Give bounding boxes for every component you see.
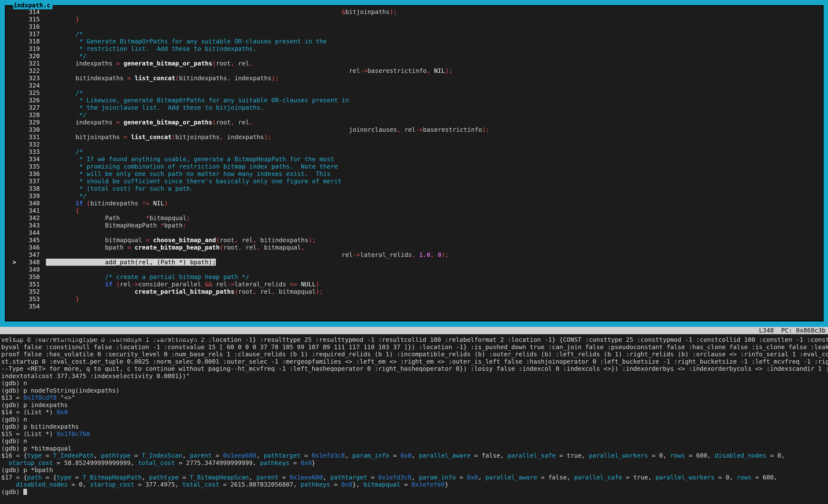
source-line-349: 349	[6, 266, 823, 273]
source-code-text: indexpaths = generate_bitmap_or_paths(ro…	[46, 119, 253, 126]
line-number: 316	[6, 23, 46, 31]
line-number: 336	[6, 170, 46, 178]
source-line-350: 350 /* create a partial bitmap heap path…	[6, 273, 823, 281]
code-token: = 2615.807832056807,	[219, 481, 300, 488]
code-token: */	[75, 111, 86, 119]
code-token: ,	[397, 126, 405, 133]
source-line-354: 354	[6, 303, 823, 310]
code-token: bitmapqual	[105, 236, 142, 244]
code-token: */	[75, 192, 86, 199]
code-token: }	[75, 295, 79, 303]
code-token: = false,	[471, 452, 508, 459]
source-code-text: /* create a partial bitmap heap path */	[46, 273, 249, 281]
line-number: 314	[6, 8, 46, 16]
code-token: parallel_aware	[486, 474, 537, 481]
code-token: =	[124, 75, 134, 82]
source-line-344: 344	[6, 229, 823, 236]
source-code-text: bitjoinpaths = list_concat(bitjoinpaths,…	[46, 134, 271, 141]
source-code-text: if (rel->consider_parallel && rel->later…	[46, 281, 320, 288]
code-token: pathtype	[149, 474, 178, 481]
source-code-text: Path *bitmapqual;	[46, 215, 190, 222]
line-number: 340	[6, 200, 46, 207]
code-token	[83, 200, 87, 207]
code-token: ->	[131, 281, 138, 288]
code-token: root	[216, 119, 231, 126]
code-token: );	[442, 251, 449, 259]
code-token: =	[142, 236, 153, 244]
code-token: rel	[238, 60, 249, 67]
source-line-341: 341 {	[6, 207, 823, 215]
code-token: =	[401, 481, 412, 488]
code-token: }	[445, 481, 448, 488]
code-token: (	[175, 75, 179, 82]
source-code-text: * Likewise, generate BitmapOrPaths for a…	[46, 97, 349, 104]
code-token: ,	[235, 236, 242, 244]
code-token: = 600,	[752, 474, 777, 481]
line-number: 347	[6, 251, 46, 259]
line-number: 353	[6, 295, 46, 303]
console-line: st.startup 0 :eval_cost.per_tuple 0.0025…	[1, 358, 828, 365]
code-token: =	[131, 452, 142, 459]
code-token: = 0,	[648, 452, 670, 459]
code-token: 0x1eea680	[223, 452, 256, 459]
code-token: =	[456, 474, 467, 481]
code-token: 0x1f0cdf8	[23, 394, 56, 401]
source-code-text: if (bitindexpaths != NIL)	[46, 200, 168, 207]
console-line: proof false :has_volatile 0 :security_le…	[1, 351, 828, 358]
code-token: ,	[93, 452, 101, 459]
source-line-334: 334 * If we found anything usable, gener…	[6, 155, 823, 163]
code-token: ,	[426, 67, 434, 74]
source-code-text: add_path(rel, (Path *) bpath);	[46, 259, 216, 266]
source-code-text: * restriction list. Add these to bitinde…	[46, 45, 257, 52]
code-token: parallel_safe	[574, 474, 622, 481]
code-token: (	[87, 200, 90, 207]
source-code-text: * promising combination of restriction b…	[46, 163, 338, 170]
source-code-text: /*	[46, 31, 83, 38]
code-token: = 58.852499999999999,	[53, 459, 138, 466]
source-line-338: 338 * (total cost) for such a path.	[6, 185, 823, 192]
console-line: startup_cost = 58.852499999999999, total…	[1, 459, 828, 467]
code-token: = 2775.3474999999999,	[175, 459, 260, 466]
code-token: = 0,	[767, 452, 785, 459]
line-number: 338	[6, 185, 46, 192]
code-token: baserestrictinfo	[423, 126, 482, 133]
code-token: * Likewise, generate BitmapOrPaths for a…	[75, 97, 349, 104]
source-line-333: 333 /*	[6, 148, 823, 155]
source-line-336: 336 * will be only one such path no matt…	[6, 170, 823, 178]
code-token: bpath	[105, 244, 124, 251]
status-bar: multi-thre Thread 0x7f4e19a137 In: creat…	[0, 327, 828, 334]
code-token: type	[27, 452, 42, 459]
source-code-text: /*	[46, 148, 83, 155]
code-token: /*	[75, 89, 83, 96]
code-token: =	[389, 452, 401, 459]
source-line-331: 331 bitjoinpaths = list_concat(bitjoinpa…	[6, 134, 823, 141]
code-token: =	[113, 60, 124, 67]
code-token: 0x1eea680	[290, 474, 323, 481]
line-number: 325	[6, 89, 46, 97]
terminal-cursor[interactable]	[23, 489, 27, 495]
code-token: path	[27, 474, 42, 481]
source-code-text: }	[46, 16, 79, 23]
status-line-pc: L348 PC: 0x868c3b	[759, 327, 826, 334]
code-token: ,	[231, 60, 238, 67]
gdb-console[interactable]: velsup 0 :varreturningtype 0 :varnosyn 1…	[0, 334, 828, 495]
gdb-prompt-line[interactable]: (gdb)	[1, 488, 828, 496]
line-number: 344	[6, 229, 46, 236]
code-token: $15 = (List *)	[1, 430, 57, 438]
gdb-tui-app: indxpath.c 314 &bitjoinpaths);315 }31631…	[0, 0, 828, 495]
console-line: indextotalcost 377.3475 :indexselectivit…	[1, 372, 828, 380]
code-token: lateral_relids	[235, 281, 286, 288]
code-token: root	[223, 244, 238, 251]
source-line-319: 319 * restriction list. Add these to bit…	[6, 45, 823, 52]
source-line-337: 337 * should be sufficient since there's…	[6, 178, 823, 185]
line-number: 330	[6, 126, 46, 134]
code-token: root	[216, 60, 231, 67]
code-token: rel	[120, 281, 131, 288]
code-token: ->	[227, 281, 235, 288]
source-code-text: * should be sufficient since there's bas…	[46, 178, 341, 185]
code-token: 0x0	[467, 474, 478, 481]
source-code-text: */	[46, 52, 87, 60]
code-token: )	[316, 281, 320, 288]
source-line-316: 316	[6, 23, 823, 31]
code-token: ;	[187, 215, 190, 222]
